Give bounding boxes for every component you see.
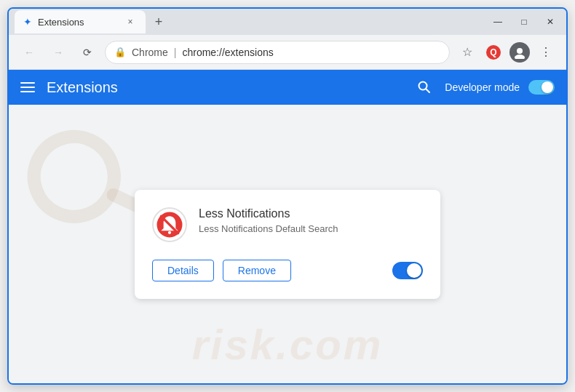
tab-close-button[interactable]: × [124,15,137,28]
address-separator: | [174,47,177,58]
close-button[interactable]: ✕ [540,12,560,32]
title-bar: ✦ Extensions × + — □ ✕ [9,9,566,35]
site-secure-icon: 🔒 [114,47,126,57]
minimize-button[interactable]: — [488,12,508,32]
address-bar-row: ← → ⟳ 🔒 Chrome | chrome://extensions ☆ Q [9,35,566,70]
extension-description: Less Notifications Default Search [199,223,423,234]
main-content: risk.com Less No [9,105,566,383]
maximize-button[interactable]: □ [514,12,534,32]
extension-logo [152,207,187,242]
hamburger-menu[interactable] [20,82,35,92]
tab-title: Extensions [38,17,84,28]
extension-name: Less Notifications [199,207,423,220]
extension-toggle-knob [407,263,421,278]
forward-button[interactable]: → [47,41,70,64]
site-name: Chrome [132,47,168,58]
address-bar[interactable]: 🔒 Chrome | chrome://extensions [105,41,450,64]
extensions-header: Extensions Developer mode [9,70,566,105]
browser-window: ✦ Extensions × + — □ ✕ ← → ⟳ 🔒 Chrome | … [7,7,568,385]
svg-text:Q: Q [490,47,496,57]
profile-avatar [509,42,530,63]
extensions-title: Extensions [47,79,118,96]
profile-button[interactable] [508,41,531,64]
watermark-text: risk.com [192,320,384,369]
remove-button[interactable]: Remove [223,260,291,281]
extension-card-footer: Details Remove [152,260,423,281]
extension-card-header: Less Notifications Less Notifications De… [152,207,423,242]
extension-card: Less Notifications Less Notifications De… [135,190,440,299]
window-controls: — □ ✕ [488,12,560,32]
developer-mode-toggle[interactable] [528,80,555,95]
tab-strip: ✦ Extensions × + [15,9,485,35]
svg-point-6 [23,125,125,228]
address-url: chrome://extensions [182,47,273,58]
details-button[interactable]: Details [152,260,214,281]
search-extensions-button[interactable] [413,76,436,99]
header-right-controls: Developer mode [413,76,555,99]
back-button[interactable]: ← [17,41,41,64]
toggle-knob [542,81,553,93]
address-bar-actions: ☆ Q ⋮ [456,41,558,64]
svg-point-2 [517,48,523,54]
active-tab[interactable]: ✦ Extensions × [15,10,146,33]
bookmark-button[interactable]: ☆ [456,41,479,64]
developer-mode-label: Developer mode [445,81,520,93]
menu-button[interactable]: ⋮ [534,41,558,64]
svg-point-10 [168,231,171,233]
extensions-icon-button[interactable]: Q [482,41,505,64]
svg-line-5 [427,89,430,93]
new-tab-button[interactable]: + [148,12,169,32]
extension-info: Less Notifications Less Notifications De… [199,207,423,234]
reload-button[interactable]: ⟳ [76,41,99,64]
extension-enabled-toggle[interactable] [392,262,423,279]
svg-point-3 [515,55,525,59]
tab-favicon: ✦ [23,16,32,28]
